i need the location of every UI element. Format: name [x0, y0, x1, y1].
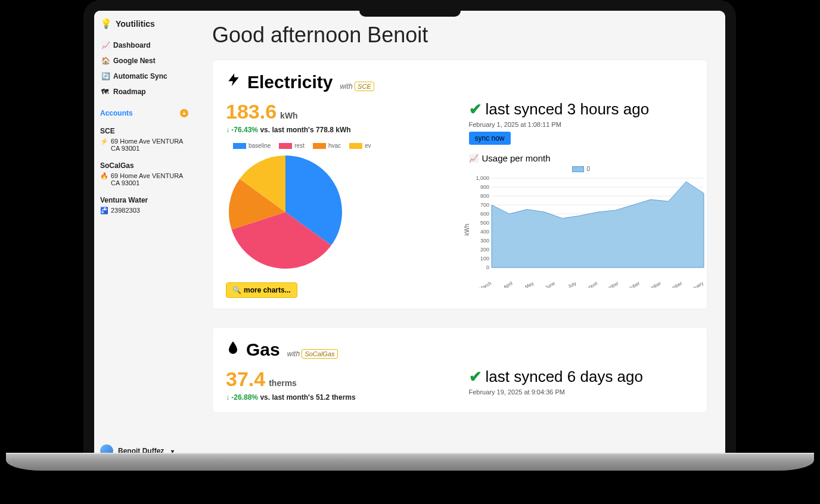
svg-text:700: 700 — [480, 202, 489, 208]
electricity-sync-status: ✔ last synced 3 hours ago — [469, 100, 694, 119]
brand[interactable]: 💡 Youtilitics — [100, 18, 188, 29]
provider-badge[interactable]: SoCalGas — [302, 349, 337, 359]
pie-legend: baselineresthvacev — [233, 142, 451, 149]
refresh-icon: 🔄 — [101, 72, 110, 80]
svg-text:March: March — [478, 281, 492, 288]
add-account-button[interactable]: + — [180, 109, 188, 117]
svg-text:800: 800 — [480, 193, 489, 199]
svg-text:500: 500 — [480, 220, 489, 226]
drop-icon — [226, 338, 240, 360]
svg-text:June: June — [544, 281, 556, 288]
chart-line-icon: 📈 — [469, 154, 479, 163]
gas-provider: with SoCalGas — [287, 350, 338, 358]
electricity-pie — [226, 153, 451, 274]
search-icon: 🔍 — [232, 286, 241, 294]
accounts-header[interactable]: Accounts + — [100, 109, 188, 117]
svg-text:0: 0 — [486, 265, 489, 270]
svg-text:300: 300 — [480, 238, 489, 244]
nav-label: Automatic Sync — [113, 72, 167, 80]
bolt-icon: ⚡ — [100, 138, 108, 145]
nav-label: Roadmap — [113, 88, 146, 96]
account-sce[interactable]: SCE ⚡ 69 Home Ave VENTURA CA 93001 — [100, 127, 188, 152]
lightbulb-icon: 💡 — [100, 18, 112, 29]
svg-text:July: July — [567, 281, 577, 288]
svg-text:August: August — [582, 281, 598, 288]
account-water[interactable]: Ventura Water 🚰 23982303 — [100, 196, 188, 214]
nav-label: Google Nest — [113, 57, 156, 65]
gas-value: 37.4 therms — [226, 368, 297, 391]
svg-text:100: 100 — [480, 256, 489, 262]
svg-text:January: January — [687, 281, 704, 288]
map-icon: 🗺 — [101, 88, 110, 96]
nav-item-sync[interactable]: 🔄 Automatic Sync — [100, 70, 188, 83]
account-name: SoCalGas — [100, 161, 188, 170]
bolt-icon — [226, 71, 241, 93]
more-charts-button[interactable]: 🔍 more charts... — [226, 282, 297, 298]
provider-badge[interactable]: SCE — [355, 82, 374, 91]
main-content: Good afternoon Benoit Electricity with S… — [194, 11, 725, 465]
nav-item-roadmap[interactable]: 🗺 Roadmap — [100, 85, 188, 98]
account-addr: 69 Home Ave VENTURA CA 93001 — [111, 138, 188, 152]
home-icon: 🏠 — [101, 57, 110, 65]
gas-title: Gas — [226, 338, 280, 360]
account-socalgas[interactable]: SoCalGas 🔥 69 Home Ave VENTURA CA 93001 — [100, 161, 188, 186]
sidebar: 💡 Youtilitics 📈 Dashboard 🏠 Google Nest … — [94, 11, 194, 465]
electricity-card: Electricity with SCE 183.6 kWh ↓ — [212, 60, 707, 309]
gas-delta: ↓ -26.88% vs. last month's 51.2 therms — [226, 393, 451, 402]
electricity-value: 183.6 kWh — [226, 100, 298, 123]
svg-text:May: May — [524, 281, 535, 288]
svg-text:400: 400 — [480, 229, 489, 235]
check-icon: ✔ — [469, 368, 482, 386]
usage-area-chart: kWh 01002003004005006007008009001,000Mar… — [469, 175, 694, 290]
svg-text:200: 200 — [480, 247, 489, 253]
nav-item-dashboard[interactable]: 📈 Dashboard — [100, 39, 188, 52]
account-name: SCE — [100, 127, 188, 135]
electricity-provider: with SCE — [340, 82, 374, 91]
brand-name: Youtilitics — [116, 19, 155, 29]
svg-text:October: October — [623, 281, 641, 288]
svg-text:900: 900 — [480, 184, 489, 190]
account-addr: 23982303 — [111, 207, 140, 214]
gas-card: Gas with SoCalGas 37.4 therms ↓ — [212, 327, 707, 413]
electricity-sync-time: February 1, 2025 at 1:08:11 PM — [469, 121, 694, 128]
arrow-down-icon: ↓ — [226, 126, 229, 134]
accounts-label: Accounts — [100, 109, 133, 117]
svg-text:November: November — [640, 281, 662, 288]
nav-item-nest[interactable]: 🏠 Google Nest — [100, 54, 188, 67]
usage-per-month-title: 📈 Usage per month — [469, 153, 694, 163]
nav-label: Dashboard — [113, 41, 151, 49]
account-name: Ventura Water — [100, 196, 188, 204]
sync-now-button[interactable]: sync now — [469, 132, 511, 145]
usage-legend: 0 — [469, 166, 694, 172]
page-title: Good afternoon Benoit — [212, 23, 707, 48]
svg-text:1,000: 1,000 — [476, 175, 489, 181]
flame-icon: 🔥 — [100, 172, 108, 180]
gas-sync-time: February 19, 2025 at 9:04:36 PM — [469, 388, 694, 396]
svg-text:April: April — [502, 281, 514, 288]
faucet-icon: 🚰 — [100, 207, 108, 214]
check-icon: ✔ — [469, 100, 482, 119]
chart-line-icon: 📈 — [101, 41, 110, 49]
electricity-delta: ↓ -76.43% vs. last month's 778.8 kWh — [226, 126, 451, 134]
account-addr: 69 Home Ave VENTURA CA 93001 — [111, 172, 188, 186]
arrow-down-icon: ↓ — [226, 393, 229, 402]
electricity-title: Electricity — [226, 71, 333, 93]
svg-text:600: 600 — [480, 211, 489, 217]
y-axis-label: kWh — [463, 224, 470, 236]
gas-sync-status: ✔ last synced 6 days ago — [469, 368, 694, 386]
svg-text:September: September — [597, 281, 620, 288]
svg-text:December: December — [661, 281, 683, 288]
